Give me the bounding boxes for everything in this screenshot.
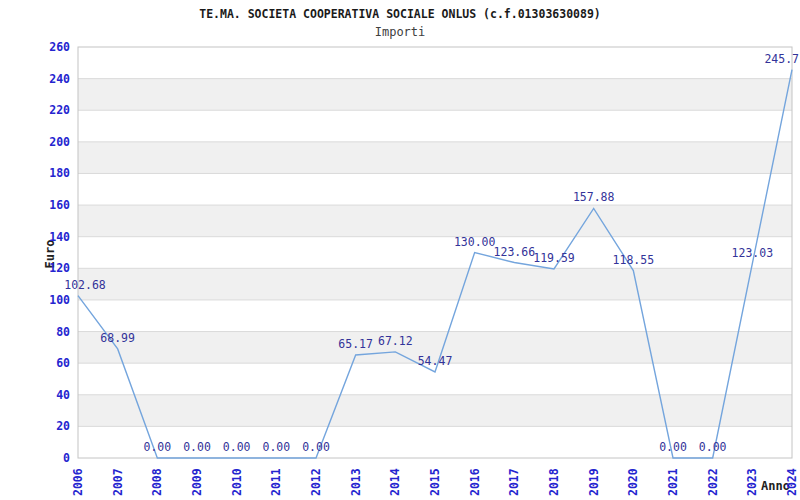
point-label: 245.7 — [764, 52, 799, 66]
point-label: 67.12 — [378, 334, 413, 348]
y-tick-label: 80 — [56, 325, 70, 339]
point-label: 102.68 — [64, 278, 106, 292]
point-label: 0.00 — [183, 440, 211, 454]
point-label: 65.17 — [338, 337, 373, 351]
x-tick-label: 2009 — [190, 468, 204, 496]
y-tick-label: 40 — [56, 388, 70, 402]
x-tick-label: 2015 — [428, 468, 442, 496]
point-label: 0.00 — [302, 440, 330, 454]
point-label: 0.00 — [143, 440, 171, 454]
y-tick-label: 60 — [56, 356, 70, 370]
y-tick-label: 100 — [49, 293, 70, 307]
x-tick-label: 2011 — [269, 468, 283, 496]
chart-canvas: TE.MA. SOCIETA COOPERATIVA SOCIALE ONLUS… — [0, 0, 800, 500]
x-tick-label: 2007 — [111, 468, 125, 496]
x-tick-label: 2006 — [71, 468, 85, 496]
y-tick-label: 120 — [49, 261, 70, 275]
x-tick-label: 2012 — [309, 468, 323, 496]
x-tick-label: 2013 — [349, 468, 363, 496]
alt-band — [78, 395, 792, 427]
alt-band — [78, 205, 792, 237]
point-label: 68.99 — [100, 331, 135, 345]
y-tick-label: 20 — [56, 419, 70, 433]
x-tick-label: 2017 — [507, 468, 521, 496]
x-tick-label: 2010 — [230, 468, 244, 496]
x-tick-label: 2014 — [388, 468, 402, 496]
x-tick-label: 2019 — [587, 468, 601, 496]
point-label: 0.00 — [699, 440, 727, 454]
point-label: 0.00 — [659, 440, 687, 454]
y-tick-label: 240 — [49, 72, 70, 86]
point-label: 0.00 — [262, 440, 290, 454]
x-tick-label: 2008 — [150, 468, 164, 496]
alt-band — [78, 79, 792, 111]
point-label: 0.00 — [223, 440, 251, 454]
x-tick-label: 2020 — [626, 468, 640, 496]
y-tick-label: 200 — [49, 135, 70, 149]
point-label: 123.03 — [732, 246, 774, 260]
point-label: 118.55 — [613, 253, 655, 267]
x-tick-label: 2022 — [706, 468, 720, 496]
y-tick-label: 180 — [49, 166, 70, 180]
y-tick-label: 160 — [49, 198, 70, 212]
x-tick-label: 2018 — [547, 468, 561, 496]
y-tick-label: 260 — [49, 40, 70, 54]
point-label: 157.88 — [573, 190, 615, 204]
y-tick-label: 0 — [63, 451, 70, 465]
alt-band — [78, 142, 792, 174]
point-label: 130.00 — [454, 235, 496, 249]
point-label: 119.59 — [533, 251, 575, 265]
x-tick-label: 2023 — [745, 468, 759, 496]
x-tick-label: 2021 — [666, 468, 680, 496]
line-chart: 0204060801001201401601802002202402602006… — [0, 0, 800, 500]
x-tick-label: 2024 — [785, 468, 799, 496]
point-label: 123.66 — [494, 245, 536, 259]
y-tick-label: 140 — [49, 230, 70, 244]
point-label: 54.47 — [418, 354, 453, 368]
x-tick-label: 2016 — [468, 468, 482, 496]
y-tick-label: 220 — [49, 103, 70, 117]
alt-band — [78, 268, 792, 300]
